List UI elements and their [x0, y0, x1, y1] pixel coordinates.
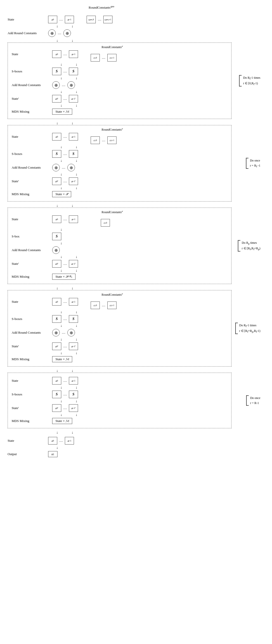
s1-statep-label: State' — [12, 97, 52, 101]
pre-arc-label: Add Round Constants — [8, 31, 48, 35]
s2-annotation: Do once r = Rf -1 — [246, 158, 260, 169]
s2-at1p: at-1' — [69, 177, 78, 185]
s3-mds-box: State × 𝒮r-Rf — [52, 274, 75, 280]
section4-wrapper: RoundConstants'r State a0 … at-1 cr,0 … … — [8, 290, 264, 367]
sbox-1-1: S — [69, 68, 78, 75]
inter-arrow-1: ↓ ↓ — [8, 39, 264, 43]
s5-statep-row: State' a0' … at-1' — [12, 404, 227, 412]
s2-xor-0: ⊕ — [52, 164, 60, 171]
sbox-1-2: S — [69, 150, 78, 158]
s3-at1p: at-1' — [69, 260, 78, 268]
s2-statep-cells: a0' … at-1' — [52, 177, 78, 185]
s2-statep-label: State' — [12, 179, 52, 183]
s4-mds-row: MDS Mixing State × 𝓜 — [12, 356, 227, 362]
section3-wrapper: RoundConstants'r State a0 … at-1 cr,0 ↓ — [8, 208, 264, 284]
s5-note-1: Do once — [250, 395, 260, 400]
s3-note-2: r ∈ [Rf,Rf+Rp) — [242, 246, 260, 251]
s5-annotation: Do once r = R-1 — [246, 395, 260, 406]
rc-c0-3: cr,0 — [101, 219, 110, 227]
pre-state-row: State a0 … at-1 cpre,0 … cpre,t-1 — [8, 16, 231, 23]
inter-arrow-3: ↓ ↓ — [8, 204, 264, 208]
rc-pre-c0: cpre,0 — [87, 16, 96, 23]
final-at1: at-1 — [65, 437, 74, 445]
s1-annotation: Do Rf-1 times r ∈ [0,Rf-1) — [239, 75, 260, 87]
page: RoundConstants'pre State a0 … at-1 cpre,… — [0, 0, 272, 465]
s2-sbox-label: S-boxes — [12, 152, 52, 156]
s4-state-cells: a0 … at-1 — [52, 298, 78, 306]
s1-statep-row: State' a0' … at-1' — [12, 95, 227, 103]
s3-arc-row: Add Round Constants ⊕ — [12, 246, 227, 254]
s2-xor-1: ⊕ — [67, 164, 75, 171]
s1-state-cells: a0 … at-1 — [52, 50, 78, 58]
rc-ct1-1: cr,t-1 — [107, 54, 116, 62]
sbox-0-2: S — [52, 150, 61, 158]
sbox-single-3: S — [52, 233, 61, 240]
s2-note-1: Do once — [250, 158, 260, 163]
s3-state-row: State a0 … at-1 cr,0 — [12, 212, 227, 227]
s3-sbox-label: S-box — [12, 234, 52, 238]
s4-sbox-label: S-boxes — [12, 317, 52, 321]
s1-arc-row: Add Round Constants ⊕ … ⊕ — [12, 81, 227, 89]
s5-mds-label: MDS Mixing — [12, 419, 52, 423]
final-state-cells: a0 … at-1 — [48, 437, 74, 445]
s4-at1: at-1 — [69, 298, 78, 306]
rc-r-cells-3: cr,0 — [101, 219, 110, 227]
rc-c0-4: cr,0 — [91, 301, 100, 309]
s2-mds-box: State × 𝒫 — [52, 191, 71, 197]
s1-note-1: Do Rf-1 times — [243, 75, 260, 81]
s5-mds-row: MDS Mixing State × 𝓜 — [12, 418, 227, 424]
section2-wrapper: RoundConstants'r State a0 … at-1 cr,0 … … — [8, 125, 264, 202]
s1-at1: at-1 — [69, 50, 78, 58]
s1-xor-cells: ⊕ … ⊕ — [52, 81, 75, 89]
s3-a0p: a0' — [52, 260, 61, 268]
s5-at1p: at-1' — [69, 404, 78, 412]
rc-ct1-4: cr,t-1 — [107, 301, 116, 309]
pre-state-label: State — [8, 17, 48, 22]
inter-arrow-2: ↓ ↓ — [8, 122, 264, 125]
pre-xor-cells: ⊕ … ⊕ — [48, 29, 71, 37]
rc-r-cells-2: cr,0 … cr,t-1 — [91, 136, 116, 144]
output-label: Output — [8, 452, 48, 456]
s1-mds-row: MDS Mixing State × 𝓜 — [12, 109, 227, 115]
xor-dots: … — [57, 31, 62, 35]
s5-mds-box: State × 𝓜 — [52, 418, 72, 424]
s2-a0: a0 — [52, 133, 61, 140]
s4-xor-cells: ⊕ … ⊕ — [52, 329, 75, 336]
s3-statep-cells: a0' … at-1' — [52, 260, 78, 268]
s5-state-cells: a0 … at-1 — [52, 377, 78, 385]
s4-sbox-row: S-boxes S … S — [12, 315, 227, 323]
s5-statep-label: State' — [12, 406, 52, 410]
sbox-0-1: S — [52, 68, 61, 75]
inter-arrow-4: ↓ ↓ — [8, 287, 264, 290]
s3-mds-row: MDS Mixing State × 𝒮r-Rf — [12, 274, 227, 280]
sbox-0-4: S — [52, 315, 61, 323]
section-rp: RoundConstants'r State a0 … at-1 cr,0 ↓ — [8, 208, 231, 284]
rc-pre-cells: cpre,0 … cpre,t-1 — [87, 16, 112, 23]
s2-sbox-row: S-boxes S … S — [12, 150, 227, 158]
s4-statep-cells: a0' … at-1' — [52, 343, 78, 350]
s3-at1: at-1 — [69, 215, 78, 223]
s2-state-cells: a0 … at-1 — [52, 133, 78, 140]
s1-sbox-cells: S … S — [52, 68, 78, 75]
s4-xor-0: ⊕ — [52, 329, 60, 336]
s3-xor-0: ⊕ — [52, 246, 60, 254]
sbox-0-5: S — [52, 391, 61, 398]
s5-statep-cells: a0' … at-1' — [52, 404, 78, 412]
s1-statep-cells: a0' … at-1' — [52, 95, 78, 103]
section-rf3: RoundConstants'r State a0 … at-1 cr,0 … … — [8, 290, 231, 367]
rc-r-cells-4: cr,0 … cr,t-1 — [91, 301, 116, 309]
s3-note-1: Do Rp times — [242, 240, 260, 246]
section5-wrapper: State a0 … at-1 ↓ ↓ S-boxes S … S — [8, 373, 264, 428]
section-rf1: RoundConstants'r State a0 … at-1 cr,0 … … — [8, 43, 231, 119]
s4-annotation: Do Rf-1 times r ∈ [Rf+Rp,Rf-1) — [235, 323, 260, 334]
cell-a0: a0 — [48, 16, 57, 23]
s1-sbox-row: S-boxes S … S — [12, 68, 227, 75]
final-state-row: State a0 … at-1 — [8, 437, 264, 445]
s2-sbox-cells: S … S — [52, 150, 78, 158]
s1-mds-label: MDS Mixing — [12, 110, 52, 114]
s5-state-label: State — [12, 379, 52, 383]
s1-a0p: a0' — [52, 95, 61, 103]
rc-r-cells-1: cr,0 … cr,t-1 — [91, 54, 116, 62]
s2-mds-label: MDS Mixing — [12, 192, 52, 196]
s4-state-label: State — [12, 300, 52, 304]
